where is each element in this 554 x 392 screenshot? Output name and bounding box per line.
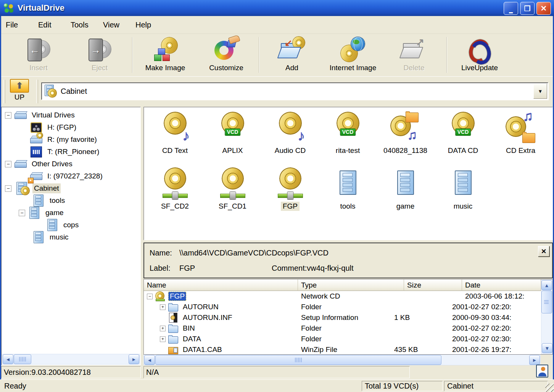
maximize-button[interactable] xyxy=(520,2,535,15)
collapse-box-icon[interactable] xyxy=(5,185,11,192)
tree-horizontal-scrollbar[interactable] xyxy=(2,354,140,365)
tree-item-drive-h[interactable]: H: (FGP) xyxy=(2,121,140,133)
scroll-left-icon[interactable] xyxy=(3,354,13,364)
cabinet-large-icon xyxy=(448,167,478,201)
close-button[interactable] xyxy=(536,2,551,15)
current-location-panel: Cabinet xyxy=(444,381,548,391)
up-button[interactable]: UP xyxy=(7,79,32,103)
tree-item-cops[interactable]: cops xyxy=(2,219,140,231)
vcd-item-game[interactable]: game xyxy=(377,167,434,217)
vcd-item-data-cd[interactable]: VCD DATA CD xyxy=(434,112,492,161)
file-table: Name Type Size Date FGP Network CD xyxy=(143,279,553,355)
make-image-icon xyxy=(153,37,178,62)
tree-item-drive-r[interactable]: R: (my favorite) xyxy=(2,133,140,146)
table-row[interactable]: DATA Folder 2001-02-27 02:30: xyxy=(144,334,541,344)
expand-box-icon[interactable] xyxy=(160,304,166,310)
cabinet-large-icon xyxy=(390,167,421,201)
liveupdate-icon xyxy=(467,37,492,62)
table-vertical-scrollbar[interactable] xyxy=(541,280,552,354)
table-row[interactable]: BIN Folder 2001-02-27 02:20: xyxy=(144,323,541,334)
column-header-date[interactable]: Date xyxy=(462,280,541,291)
scrollbar-thumb[interactable] xyxy=(14,354,31,364)
vcd-item-music[interactable]: music xyxy=(434,167,492,217)
scroll-right-icon[interactable] xyxy=(129,354,139,364)
cd-drive-icon xyxy=(29,133,43,146)
tree-item-cabinet[interactable]: Cabinet xyxy=(2,182,140,194)
column-header-name[interactable]: Name xyxy=(144,280,298,291)
table-row[interactable]: FGP Network CD 2003-06-06 18:12: xyxy=(144,291,541,302)
tree-item-virtual-drives[interactable]: Virtual Drives xyxy=(2,109,140,121)
vcd-item-aplix[interactable]: VCD APLIX xyxy=(204,112,261,161)
vcd-item-sf-cd1[interactable]: SF_CD1 xyxy=(204,167,261,217)
support-icon[interactable] xyxy=(536,365,548,378)
scroll-up-icon[interactable] xyxy=(541,280,552,290)
scrollbar-thumb[interactable] xyxy=(541,291,552,313)
expand-box-icon[interactable] xyxy=(160,336,166,342)
vcd-item-audio-cd[interactable]: Audio CD xyxy=(261,112,319,161)
expand-box-icon[interactable] xyxy=(160,326,166,331)
scrollbar-thumb[interactable] xyxy=(155,355,441,365)
column-header-size[interactable]: Size xyxy=(404,280,462,291)
folder-icon xyxy=(167,334,179,344)
minimize-button[interactable] xyxy=(504,2,518,15)
cabinet-small-icon xyxy=(45,219,59,231)
tree-item-game[interactable]: game xyxy=(2,207,140,219)
dropdown-arrow-icon[interactable] xyxy=(533,84,547,99)
vcd-item-rita-test[interactable]: VCD rita-test xyxy=(319,112,377,161)
menu-tools[interactable]: Tools xyxy=(66,21,98,29)
tree-item-tools[interactable]: tools xyxy=(2,194,140,207)
collapse-box-icon[interactable] xyxy=(5,161,11,167)
make-image-button[interactable]: Make Image xyxy=(135,35,196,75)
table-horizontal-scrollbar[interactable] xyxy=(143,355,541,365)
internet-image-button[interactable]: Internet Image xyxy=(322,35,383,75)
collapse-box-icon[interactable] xyxy=(147,294,153,299)
table-row[interactable]: DATA1.CAB WinZip File 435 KB 2001-02-26 … xyxy=(144,344,541,354)
details-close-button[interactable] xyxy=(538,246,549,257)
menu-view[interactable]: View xyxy=(98,21,131,29)
vcd-item-cd-text[interactable]: CD Text xyxy=(146,112,204,161)
cabinet-cd-icon xyxy=(45,85,57,98)
app-icon xyxy=(3,2,14,14)
resize-grip[interactable] xyxy=(545,384,554,392)
toolbar-grip xyxy=(3,80,5,103)
cd-music-icon xyxy=(275,112,306,145)
location-combobox[interactable]: Cabinet xyxy=(41,82,548,100)
menu-help[interactable]: Help xyxy=(131,21,163,29)
scroll-left-icon[interactable] xyxy=(144,355,155,365)
globe-icon xyxy=(351,37,365,51)
table-row[interactable]: AUTORUN.INF Setup Information 1 KB 2000-… xyxy=(144,312,541,323)
maximize-icon xyxy=(524,4,530,13)
folder-tree-panel: Virtual Drives H: (FGP) R: (my favorite)… xyxy=(1,107,141,365)
cabinet-small-icon xyxy=(27,207,41,219)
network-cd-icon xyxy=(160,167,190,201)
vcd-path-value: \\amd64\VCD\GameVCD\CDcops\FGP.VCD xyxy=(179,249,329,257)
collapse-box-icon[interactable] xyxy=(5,112,11,119)
cabinet-small-icon xyxy=(32,231,45,243)
vcd-icon-panel: CD Text VCD APLIX Audio CD VCD rita-test xyxy=(143,107,553,240)
vcd-item-fgp[interactable]: FGP xyxy=(261,167,319,217)
tree-item-music[interactable]: music xyxy=(2,231,140,243)
collapse-box-icon[interactable] xyxy=(19,210,25,216)
tree-item-drive-i[interactable]: I: (970227_2328) xyxy=(2,170,140,182)
vcd-item-tools[interactable]: tools xyxy=(319,167,377,217)
label-label: Label: xyxy=(150,264,171,273)
customize-button[interactable]: Customize xyxy=(196,35,257,75)
table-row[interactable]: AUTORUN Folder 2001-02-27 02:20: xyxy=(144,302,541,312)
tree-item-other-drives[interactable]: Other Drives xyxy=(2,158,140,170)
liveupdate-button[interactable]: LiveUpdate xyxy=(449,35,510,75)
scroll-down-icon[interactable] xyxy=(542,343,552,353)
vcd-item-sf-cd2[interactable]: SF_CD2 xyxy=(146,167,204,217)
column-header-type[interactable]: Type xyxy=(298,280,404,291)
vcd-item-cd-extra[interactable]: CD Extra xyxy=(492,112,549,161)
tree-item-drive-t[interactable]: T: (RR_Pioneer) xyxy=(2,146,140,158)
up-arrow-icon xyxy=(10,79,29,93)
setup-info-icon xyxy=(167,313,179,323)
add-button[interactable]: Add xyxy=(261,35,322,75)
scroll-right-icon[interactable] xyxy=(529,355,540,365)
status-message: Ready xyxy=(1,381,361,391)
menu-edit[interactable]: Edit xyxy=(34,21,66,29)
toolbar-separator xyxy=(132,37,133,73)
menu-file[interactable]: File xyxy=(1,21,34,29)
cd-vcd-icon: VCD xyxy=(333,112,363,145)
vcd-item-040828-1138[interactable]: 040828_1138 xyxy=(377,112,434,161)
